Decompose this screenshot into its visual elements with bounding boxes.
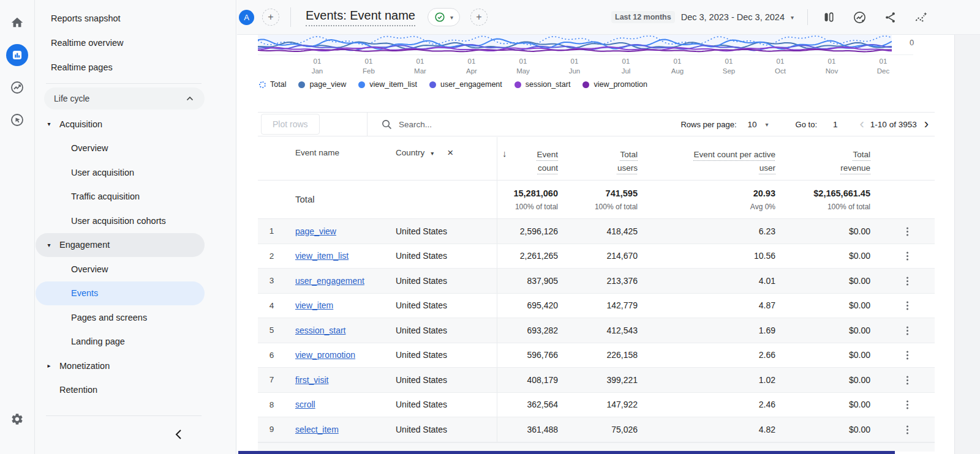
date-range-text[interactable]: Dec 3, 2023 - Dec 3, 2024	[681, 12, 785, 22]
kebab-menu-icon[interactable]	[903, 250, 911, 261]
expand-caret-icon[interactable]	[45, 121, 53, 127]
remove-dimension-icon[interactable]: ×	[447, 147, 453, 159]
add-comparison-icon[interactable]: +	[262, 9, 279, 26]
sidebar-item-label: Overview	[36, 143, 108, 153]
expand-caret-icon[interactable]	[45, 362, 53, 369]
country-column-header[interactable]: Country ▾ ×	[386, 137, 497, 180]
chevron-up-icon[interactable]	[186, 96, 194, 101]
event-link[interactable]: view_promotion	[295, 350, 355, 360]
comparison-icon[interactable]	[821, 10, 836, 24]
series-color-dot-icon	[358, 81, 365, 88]
sidebar-nav-item[interactable]: Events	[36, 281, 205, 306]
sidebar-nav-item[interactable]: Traffic acquisition	[36, 185, 205, 209]
insights-trend-icon[interactable]	[852, 10, 867, 24]
row-menu-cell	[880, 250, 935, 261]
advertising-icon[interactable]	[6, 109, 28, 131]
chevron-down-icon[interactable]: ▾	[766, 121, 769, 128]
event-count-cell: 408,179	[497, 368, 567, 392]
kebab-menu-icon[interactable]	[903, 424, 911, 435]
row-menu-column-header	[880, 137, 935, 180]
plot-rows-button[interactable]: Plot rows	[261, 114, 320, 135]
total-users-column-header[interactable]: Total users	[567, 137, 647, 180]
chevron-down-icon[interactable]: ▾	[791, 14, 794, 21]
event-link[interactable]: page_view	[295, 226, 336, 236]
event-link[interactable]: view_item_list	[295, 251, 349, 261]
legend-item[interactable]: session_start	[514, 80, 571, 89]
pagination-next-icon[interactable]: ›	[923, 117, 930, 131]
settings-gear-icon[interactable]	[6, 408, 28, 430]
total-revenue-column-header[interactable]: Total revenue	[785, 137, 880, 180]
rows-per-page-value[interactable]: 10	[748, 120, 757, 129]
sidebar-nav-item[interactable]: User acquisition	[36, 160, 205, 185]
kebab-menu-icon[interactable]	[903, 374, 911, 385]
sidebar-nav-item[interactable]: User acquisition cohorts	[36, 209, 205, 233]
event-count-column-header[interactable]: ↓ Event count	[497, 137, 567, 180]
pagination-prev-icon[interactable]: ‹	[859, 117, 865, 131]
sidebar-nav-item[interactable]: Acquisition	[36, 112, 205, 136]
sidebar-top-item[interactable]: Realtime overview	[35, 31, 236, 55]
partial-row-10	[258, 442, 935, 452]
tick-month: Jun	[549, 66, 600, 76]
event-link[interactable]: first_visit	[295, 375, 328, 385]
legend-item[interactable]: Total	[259, 80, 286, 89]
legend-item[interactable]: user_engagement	[429, 80, 502, 89]
sidebar-nav-item[interactable]: Overview	[36, 136, 205, 161]
sparkline-insights-icon[interactable]	[913, 10, 928, 24]
add-report-tab-icon[interactable]: +	[470, 9, 488, 26]
collapse-sidebar-icon[interactable]	[170, 426, 187, 443]
series-color-dot-icon	[582, 81, 589, 88]
row-menu-cell	[880, 300, 935, 311]
header-actions	[821, 10, 928, 24]
legend-item[interactable]: view_item_list	[358, 80, 417, 89]
table-row: 8 scroll United States 362,564 147,922 2…	[258, 393, 935, 418]
sidebar-nav-item[interactable]: Retention	[36, 378, 205, 403]
sidebar-top-item[interactable]: Realtime pages	[35, 55, 236, 80]
window-edge-strip	[238, 451, 895, 454]
kebab-menu-icon[interactable]	[903, 349, 911, 360]
row-index: 9	[258, 425, 285, 434]
sidebar-nav-item[interactable]: Engagement	[36, 233, 205, 258]
chevron-down-icon[interactable]: ▾	[431, 150, 434, 157]
sidebar-nav-item[interactable]: Monetization	[36, 354, 205, 378]
reports-icon[interactable]	[6, 44, 28, 66]
kebab-menu-icon[interactable]	[903, 300, 911, 311]
kebab-menu-icon[interactable]	[903, 275, 911, 286]
event-name-column-header[interactable]: Event name	[285, 137, 386, 180]
kebab-menu-icon[interactable]	[903, 325, 911, 336]
search-input[interactable]	[399, 120, 533, 129]
sidebar-nav-item[interactable]: Pages and screens	[36, 305, 205, 330]
expand-caret-icon[interactable]	[45, 242, 53, 248]
sidebar-top-item[interactable]: Reports snapshot	[35, 6, 236, 31]
table-header-row: Event name Country ▾ × ↓ Event count Tot…	[258, 137, 935, 180]
sort-descending-icon[interactable]: ↓	[502, 148, 507, 158]
x-axis-tick: 01 May	[497, 56, 549, 76]
date-range-picker[interactable]: Last 12 months Dec 3, 2023 - Dec 3, 2024…	[611, 11, 794, 23]
tick-month: Jul	[600, 66, 652, 76]
legend-item[interactable]: view_promotion	[582, 80, 647, 89]
event-link[interactable]: select_item	[295, 425, 339, 434]
chevron-down-icon[interactable]: ▾	[450, 14, 453, 21]
explore-icon[interactable]	[6, 76, 28, 99]
event-link[interactable]: scroll	[295, 400, 315, 409]
page-title[interactable]: Events: Event name	[306, 9, 415, 26]
events-over-time-chart[interactable]	[258, 35, 892, 54]
kebab-menu-icon[interactable]	[903, 226, 911, 237]
event-name-cell: view_item	[285, 300, 386, 311]
kebab-menu-icon[interactable]	[903, 399, 911, 410]
report-status-pill[interactable]: ▾	[428, 8, 460, 26]
event-link[interactable]: session_start	[295, 326, 345, 335]
row-index: 8	[258, 400, 285, 409]
collection-life-cycle[interactable]: Life cycle	[44, 87, 205, 110]
sidebar-nav-item[interactable]: Landing page	[36, 330, 205, 354]
share-icon[interactable]	[883, 10, 897, 24]
event-link[interactable]: user_engagement	[295, 276, 364, 286]
legend-item[interactable]: page_view	[298, 80, 346, 89]
revenue-cell: $0.00	[785, 393, 880, 417]
event-link[interactable]: view_item	[295, 300, 333, 310]
avatar[interactable]: A	[239, 10, 254, 25]
sidebar-nav-item[interactable]: Overview	[36, 257, 205, 281]
home-icon[interactable]	[6, 12, 28, 34]
revenue-cell: $0.00	[785, 318, 880, 343]
count-per-user-column-header[interactable]: Event count per active user	[647, 137, 785, 180]
goto-page-value[interactable]: 1	[833, 120, 838, 129]
